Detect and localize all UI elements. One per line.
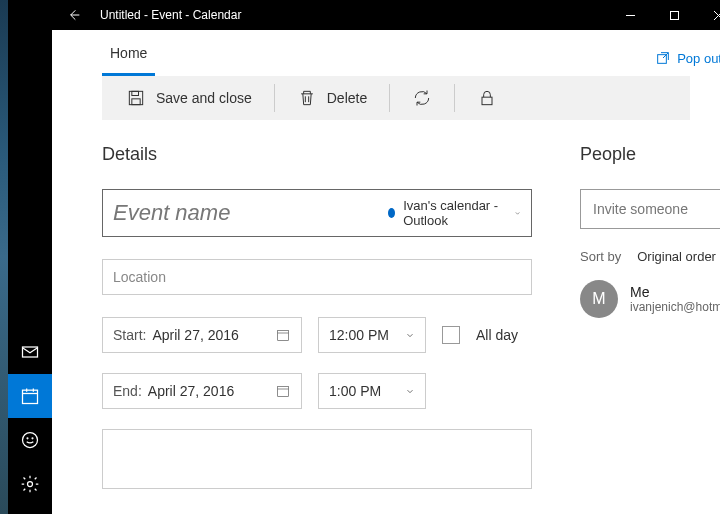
svg-point-8 xyxy=(28,482,33,487)
tab-home[interactable]: Home xyxy=(102,35,155,76)
svg-rect-19 xyxy=(482,97,492,105)
content-area: Details Ivan's calendar - Outlook Start:… xyxy=(52,120,720,514)
arrow-left-icon xyxy=(66,7,82,23)
location-input[interactable] xyxy=(102,259,532,295)
minimize-icon xyxy=(625,10,636,21)
end-row: End: April 27, 2016 1:00 PM xyxy=(102,373,532,409)
start-time-picker[interactable]: 12:00 PM xyxy=(318,317,426,353)
lock-icon xyxy=(477,88,497,108)
invite-input[interactable] xyxy=(580,189,720,229)
save-icon xyxy=(126,88,146,108)
event-name-input[interactable] xyxy=(113,200,388,226)
toolbar: Save and close Delete xyxy=(102,76,690,120)
app-sidebar xyxy=(8,0,52,514)
person-email: ivanjenich@hotma xyxy=(630,300,720,314)
event-name-row: Ivan's calendar - Outlook xyxy=(102,189,532,237)
trash-icon xyxy=(297,88,317,108)
close-button[interactable] xyxy=(696,0,720,30)
chevron-down-icon xyxy=(514,208,521,218)
svg-rect-16 xyxy=(132,99,140,105)
svg-rect-20 xyxy=(278,330,289,340)
desktop-background-sliver xyxy=(0,0,8,514)
start-label: Start: xyxy=(113,327,146,343)
calendar-color-dot xyxy=(388,208,395,218)
chevron-down-icon xyxy=(405,386,415,396)
sidebar-item-mail[interactable] xyxy=(8,330,52,374)
refresh-icon xyxy=(412,88,432,108)
sidebar-item-feedback[interactable] xyxy=(8,418,52,462)
svg-rect-15 xyxy=(132,91,139,95)
chevron-down-icon xyxy=(405,330,415,340)
calendar-picker-icon xyxy=(275,327,291,343)
start-date-value: April 27, 2016 xyxy=(152,327,275,343)
end-time-picker[interactable]: 1:00 PM xyxy=(318,373,426,409)
start-row: Start: April 27, 2016 12:00 PM All day xyxy=(102,317,532,353)
svg-point-5 xyxy=(23,433,38,448)
calendar-picker-icon xyxy=(275,383,291,399)
svg-point-6 xyxy=(27,438,28,439)
svg-rect-10 xyxy=(670,11,678,19)
private-button[interactable] xyxy=(463,82,511,114)
refresh-button[interactable] xyxy=(398,82,446,114)
minimize-button[interactable] xyxy=(608,0,652,30)
end-date-value: April 27, 2016 xyxy=(148,383,275,399)
sort-order-select[interactable]: Original order xyxy=(637,249,716,264)
svg-rect-14 xyxy=(129,91,142,104)
calendar-icon xyxy=(20,386,40,406)
delete-label: Delete xyxy=(327,90,367,106)
svg-point-7 xyxy=(32,438,33,439)
svg-rect-22 xyxy=(278,386,289,396)
start-date-picker[interactable]: Start: April 27, 2016 xyxy=(102,317,302,353)
toolbar-separator xyxy=(389,84,390,112)
people-column: People Sort by Original order M Me ivanj… xyxy=(532,144,720,514)
main-area: Untitled - Event - Calendar Home Pop out… xyxy=(52,0,720,514)
app-window: Untitled - Event - Calendar Home Pop out… xyxy=(8,0,720,514)
sidebar-item-calendar[interactable] xyxy=(8,374,52,418)
all-day-checkbox[interactable] xyxy=(442,326,460,344)
maximize-button[interactable] xyxy=(652,0,696,30)
all-day-label: All day xyxy=(476,327,518,343)
person-row-me[interactable]: M Me ivanjenich@hotma xyxy=(580,280,720,318)
details-heading: Details xyxy=(102,144,532,165)
save-close-button[interactable]: Save and close xyxy=(112,82,266,114)
mail-icon xyxy=(20,342,40,362)
toolbar-separator xyxy=(274,84,275,112)
details-column: Details Ivan's calendar - Outlook Start:… xyxy=(102,144,532,514)
people-heading: People xyxy=(580,144,720,165)
smiley-icon xyxy=(20,430,40,450)
calendar-selected-label: Ivan's calendar - Outlook xyxy=(403,198,506,228)
popout-icon xyxy=(655,50,671,66)
end-date-picker[interactable]: End: April 27, 2016 xyxy=(102,373,302,409)
avatar: M xyxy=(580,280,618,318)
close-icon xyxy=(713,10,721,21)
maximize-icon xyxy=(669,10,680,21)
window-controls xyxy=(608,0,720,30)
window-title: Untitled - Event - Calendar xyxy=(96,8,608,22)
delete-button[interactable]: Delete xyxy=(283,82,381,114)
end-time-value: 1:00 PM xyxy=(329,383,405,399)
person-name: Me xyxy=(630,284,720,300)
gear-icon xyxy=(20,474,40,494)
popout-label: Pop out xyxy=(677,51,720,66)
svg-rect-0 xyxy=(23,347,38,357)
start-time-value: 12:00 PM xyxy=(329,327,405,343)
description-textarea[interactable] xyxy=(102,429,532,489)
sort-by-label: Sort by xyxy=(580,249,621,264)
back-button[interactable] xyxy=(52,0,96,30)
titlebar: Untitled - Event - Calendar xyxy=(52,0,720,30)
end-label: End: xyxy=(113,383,142,399)
save-close-label: Save and close xyxy=(156,90,252,106)
sidebar-item-settings[interactable] xyxy=(8,462,52,506)
calendar-select[interactable]: Ivan's calendar - Outlook xyxy=(388,198,521,228)
popout-link[interactable]: Pop out xyxy=(655,50,720,76)
ribbon-tabs: Home Pop out xyxy=(52,30,720,76)
svg-rect-1 xyxy=(23,390,38,403)
sort-row: Sort by Original order xyxy=(580,249,720,264)
toolbar-separator xyxy=(454,84,455,112)
